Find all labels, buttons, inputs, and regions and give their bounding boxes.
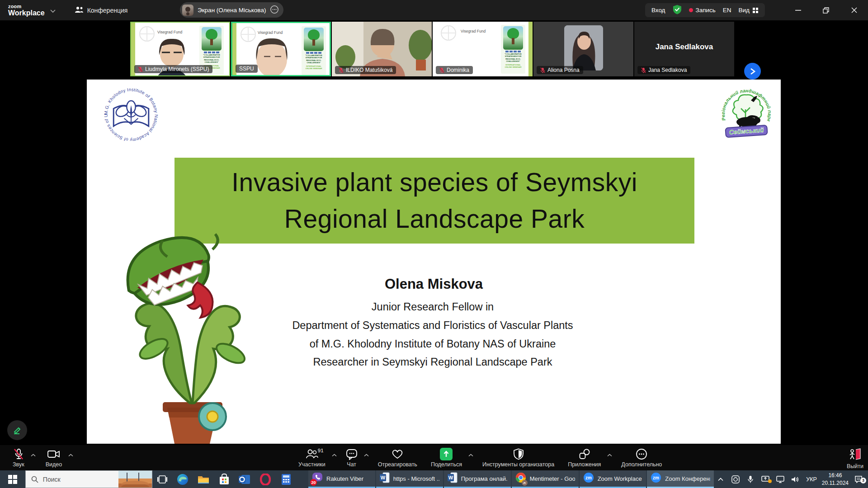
- next-participants-button[interactable]: [744, 63, 761, 80]
- task-view-button[interactable]: [152, 470, 172, 488]
- people-icon: [75, 6, 84, 14]
- more-options-icon[interactable]: [270, 5, 279, 15]
- participant-display-name: Jana Sedlakova: [634, 42, 734, 52]
- tray-volume-icon[interactable]: [789, 476, 801, 483]
- taskbar-app-file-explorer[interactable]: [193, 470, 214, 488]
- language-indicator[interactable]: УКР: [804, 476, 819, 483]
- more-button[interactable]: Дополнительно: [616, 447, 667, 469]
- taskbar-window-word-1[interactable]: W https - Microsoft ...: [376, 470, 443, 488]
- webinar-poster: "COLLABORATIVE STRATEGIES FOR REGIONAL E…: [302, 26, 326, 75]
- leave-button[interactable]: Выйти: [847, 448, 863, 469]
- shared-screen-label: Экран (Олена Міськова): [198, 7, 266, 14]
- react-button[interactable]: Отреагировать: [373, 447, 423, 469]
- tray-microphone-icon[interactable]: [745, 475, 756, 483]
- taskbar-clock[interactable]: 16:46 20.11.2024: [822, 472, 849, 486]
- taskbar-window-viber[interactable]: 20 Rakuten Viber: [308, 470, 375, 488]
- tray-expand-chevron[interactable]: [715, 478, 726, 481]
- language-button[interactable]: EN: [723, 7, 731, 14]
- participant-name-pill: Dominika: [436, 66, 473, 74]
- zoom-app-icon: zm: [651, 472, 661, 485]
- taskbar-window-label: Програма онлай...: [461, 475, 507, 482]
- share-button[interactable]: Поделиться: [425, 447, 467, 469]
- chat-caret[interactable]: [364, 450, 369, 459]
- chrome-profile-badge: л: [522, 480, 528, 486]
- zoom-app-icon: zm: [583, 472, 594, 485]
- apps-caret[interactable]: [607, 450, 612, 459]
- video-tile-dominika[interactable]: Visegrad Fund "COLLABORATIVE STRATEGIES …: [433, 22, 533, 76]
- tray-camera-icon[interactable]: [730, 475, 741, 483]
- taskbar-window-word-2[interactable]: W Програма онлай...: [444, 470, 511, 488]
- search-input[interactable]: Поиск: [25, 470, 152, 488]
- institute-of-botany-logo: M.G. Kholodny Institute of Botany Nation…: [101, 86, 161, 144]
- notification-center-button[interactable]: 3: [852, 476, 865, 483]
- taskbar-window-zoom-meeting[interactable]: zm Zoom Конференц...: [647, 470, 714, 488]
- taskbar-app-edge[interactable]: [172, 470, 193, 488]
- more-icon: [636, 448, 647, 460]
- taskbar-app-opera[interactable]: [255, 470, 276, 488]
- chevron-down-icon[interactable]: [50, 6, 56, 14]
- titlebar: zoom Workplace Конференция Экран (Олена …: [0, 0, 868, 20]
- audio-options-caret[interactable]: [31, 450, 36, 459]
- mic-muted-icon: [138, 66, 143, 72]
- video-options-caret[interactable]: [68, 450, 73, 459]
- recording-label: Запись: [696, 7, 716, 14]
- windows-logo-icon: [8, 475, 17, 484]
- tray-network-icon[interactable]: [774, 476, 786, 483]
- view-button[interactable]: Вид: [739, 7, 759, 14]
- recording-indicator[interactable]: Запись: [689, 7, 716, 14]
- close-button[interactable]: [840, 0, 868, 20]
- taskbar-window-zoom-workplace[interactable]: zm Zoom Workplace: [580, 470, 646, 488]
- clock-time: 16:46: [822, 472, 849, 479]
- participants-button[interactable]: 91 Участники: [293, 447, 331, 469]
- react-label: Отреагировать: [378, 461, 417, 468]
- mic-muted-icon: [13, 448, 24, 460]
- participant-name: Liudmyla Mironets (SSPU): [145, 66, 209, 72]
- taskbar-app-store[interactable]: [214, 470, 235, 488]
- video-tile-ildiko[interactable]: ILDIKO Matušiková: [332, 22, 432, 76]
- poster-title: "COLLABORATIVE STRATEGIES FOR REGIONAL E…: [302, 54, 325, 64]
- tab-conference[interactable]: Конференция: [75, 6, 128, 14]
- participant-name: Aliona Posna: [547, 67, 580, 73]
- poster-tree-art: [503, 26, 523, 50]
- video-tile-aliona[interactable]: Aliona Posna: [533, 22, 633, 76]
- system-tray: УКР 16:46 20.11.2024 3: [715, 470, 868, 488]
- restore-button[interactable]: [812, 0, 840, 20]
- video-tile-sspu[interactable]: Visegrad Fund "COLLABORATIVE STRATEGIES …: [231, 22, 331, 76]
- edge-icon: [177, 474, 189, 485]
- taskbar-app-calculator[interactable]: [276, 470, 297, 488]
- start-button[interactable]: [0, 470, 25, 488]
- participants-caret[interactable]: [332, 450, 337, 459]
- mic-muted-icon: [339, 67, 344, 73]
- apps-button[interactable]: Приложения: [562, 447, 606, 469]
- annotate-button[interactable]: [7, 420, 27, 440]
- share-screen-icon: [440, 448, 453, 460]
- video-button[interactable]: Видео: [40, 447, 68, 469]
- minimize-button[interactable]: [784, 0, 812, 20]
- taskbar-window-chrome[interactable]: л Mentimeter - Goo...: [512, 470, 579, 488]
- chat-icon: [346, 448, 358, 460]
- host-tools-button[interactable]: Инструменты организатора: [477, 447, 560, 469]
- chat-button[interactable]: Чат: [340, 447, 363, 469]
- notification-count-badge: 3: [860, 478, 866, 483]
- pencil-icon: [12, 425, 22, 435]
- participant-name-pill: SSPU: [236, 65, 258, 73]
- video-tile-liudmyla[interactable]: Visegrad Fund "COLLABORATIVE STRATEGIES …: [130, 22, 230, 76]
- zoom-toolbar: Звук Видео 91 Участники: [0, 445, 868, 470]
- video-tile-jana[interactable]: Jana Sedlakova Jana Sedlakova: [634, 22, 734, 76]
- tray-screen-share-icon[interactable]: [760, 476, 771, 483]
- share-caret[interactable]: [468, 450, 473, 459]
- taskbar-app-outlook[interactable]: [234, 470, 255, 488]
- search-highlight-image[interactable]: [118, 471, 152, 488]
- venus-flytrap-illustration: [99, 213, 267, 444]
- visegrad-fund-label: Visegrad Fund: [461, 29, 486, 33]
- view-label: Вид: [739, 7, 750, 14]
- grid-view-icon: [752, 7, 759, 14]
- task-view-icon: [157, 475, 167, 484]
- word-icon: W: [448, 472, 458, 485]
- shared-screen-pill[interactable]: Экран (Олена Міськова): [180, 2, 283, 18]
- security-shield-icon[interactable]: [673, 5, 682, 16]
- audio-button[interactable]: Звук: [7, 447, 30, 469]
- tab-conference-label: Конференция: [87, 7, 128, 14]
- signin-button[interactable]: Вход: [651, 7, 665, 14]
- host-tools-label: Инструменты организатора: [482, 461, 554, 468]
